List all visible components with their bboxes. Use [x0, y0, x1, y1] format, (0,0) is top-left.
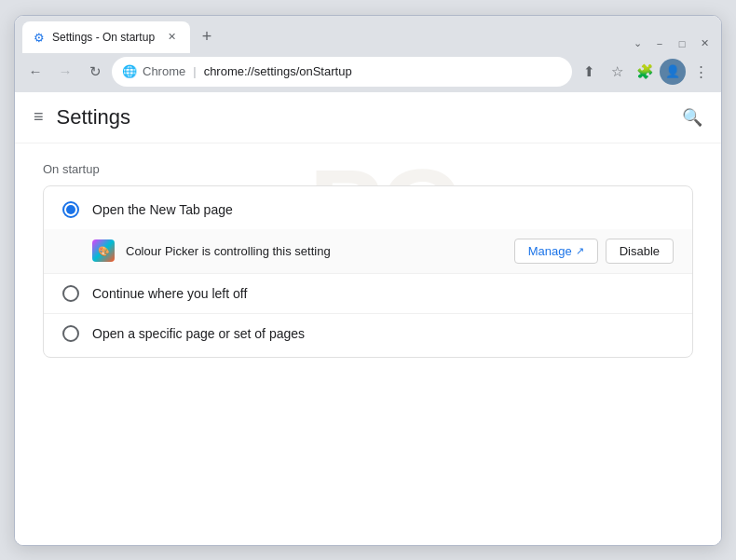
radio-continue[interactable]: [62, 285, 79, 302]
settings-title: Settings: [57, 105, 131, 130]
more-menu-icon[interactable]: ⋮: [688, 59, 714, 85]
browser-window: ⚙ Settings - On startup ✕ + ⌄ − □ ✕ ← → …: [14, 15, 722, 546]
active-tab[interactable]: ⚙ Settings - On startup ✕: [22, 21, 190, 53]
address-bar-row: ← → ↻ 🌐 Chrome | chrome://settings/onSta…: [15, 53, 721, 92]
menu-icon[interactable]: ≡: [34, 107, 44, 127]
manage-button[interactable]: Manage ↗: [514, 239, 598, 264]
options-card: Open the New Tab page 🎨 Colour Picker is…: [43, 185, 693, 358]
chevron-down-icon[interactable]: ⌄: [628, 34, 647, 53]
toolbar-right: ⬆ ☆ 🧩 👤 ⋮: [576, 59, 714, 85]
extension-buttons: Manage ↗ Disable: [514, 239, 674, 264]
option-open-new-tab[interactable]: Open the New Tab page: [44, 190, 692, 229]
extensions-icon[interactable]: 🧩: [632, 59, 658, 85]
option-new-tab-label: Open the New Tab page: [92, 202, 674, 217]
chrome-logo-icon: 🌐: [122, 64, 137, 79]
tab-row: ⚙ Settings - On startup ✕ +: [15, 16, 227, 53]
settings-content: ≡ Settings 🔍 PC RISK.COM On startup Open…: [15, 92, 721, 545]
tab-favicon-icon: ⚙: [34, 31, 47, 44]
close-window-button[interactable]: ✕: [695, 34, 714, 53]
extension-icon: 🎨: [92, 239, 115, 262]
url-separator: |: [193, 64, 196, 78]
disable-button[interactable]: Disable: [606, 239, 674, 264]
window-controls: ⌄ − □ ✕: [628, 29, 721, 53]
option-continue[interactable]: Continue where you left off: [44, 274, 692, 313]
address-bar[interactable]: 🌐 Chrome | chrome://settings/onStartup: [112, 57, 572, 87]
settings-search-icon[interactable]: 🔍: [682, 107, 702, 128]
external-link-icon: ↗: [576, 245, 584, 257]
radio-new-tab[interactable]: [62, 201, 79, 218]
option-continue-label: Continue where you left off: [92, 286, 674, 301]
site-name: Chrome: [143, 64, 185, 78]
share-icon[interactable]: ⬆: [576, 59, 602, 85]
new-tab-button[interactable]: +: [194, 24, 220, 50]
profile-avatar: 👤: [665, 64, 680, 78]
extension-text: Colour Picker is controlling this settin…: [126, 244, 503, 258]
title-bar: ⚙ Settings - On startup ✕ + ⌄ − □ ✕ ← → …: [15, 16, 721, 92]
on-startup-label: On startup: [43, 162, 693, 176]
settings-body: PC RISK.COM On startup Open the New Tab …: [15, 143, 721, 376]
profile-picture-icon[interactable]: 👤: [660, 59, 686, 85]
tab-title: Settings - On startup: [52, 31, 158, 44]
extension-controlling-row: 🎨 Colour Picker is controlling this sett…: [44, 229, 692, 273]
url-text: chrome://settings/onStartup: [204, 64, 562, 78]
settings-header: ≡ Settings 🔍: [15, 92, 721, 143]
manage-label: Manage: [528, 244, 572, 258]
tab-close-button[interactable]: ✕: [164, 30, 179, 45]
bookmark-icon[interactable]: ☆: [604, 59, 630, 85]
refresh-button[interactable]: ↻: [82, 59, 108, 85]
minimize-button[interactable]: −: [650, 34, 669, 53]
forward-button[interactable]: →: [52, 59, 78, 85]
option-specific-page-label: Open a specific page or set of pages: [92, 326, 674, 341]
radio-specific-page[interactable]: [62, 325, 79, 342]
option-specific-page[interactable]: Open a specific page or set of pages: [44, 314, 692, 353]
back-button[interactable]: ←: [22, 59, 48, 85]
maximize-button[interactable]: □: [673, 34, 691, 53]
